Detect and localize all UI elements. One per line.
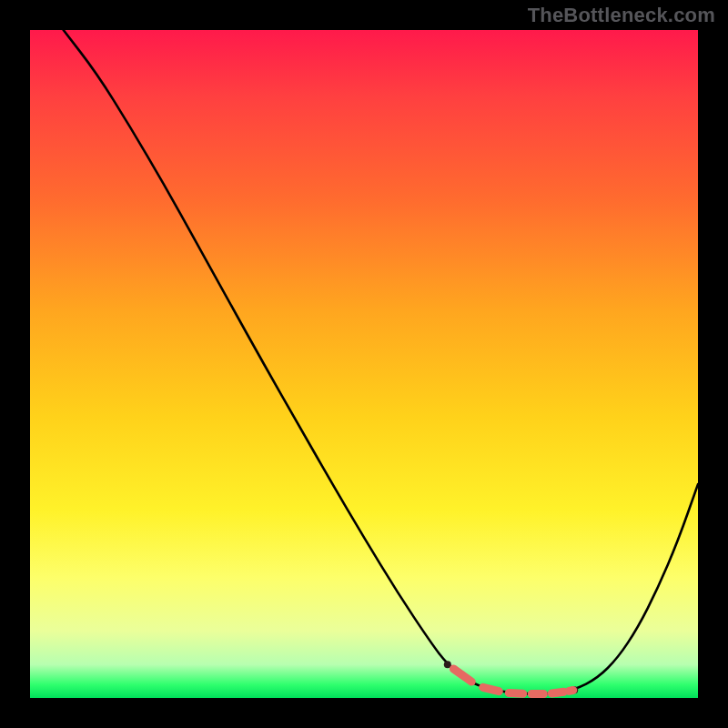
marker-dash — [453, 669, 471, 682]
chart-frame: TheBottleneck.com — [0, 0, 728, 728]
bottleneck-curve — [30, 30, 698, 698]
watermark-text: TheBottleneck.com — [528, 4, 715, 27]
marker-dash — [569, 691, 572, 692]
marker-dash — [551, 692, 563, 693]
curve-path — [64, 30, 698, 694]
curve-markers — [444, 661, 578, 693]
marker-dash — [509, 693, 522, 693]
marker-dash — [483, 687, 500, 691]
plot-area — [30, 30, 698, 698]
